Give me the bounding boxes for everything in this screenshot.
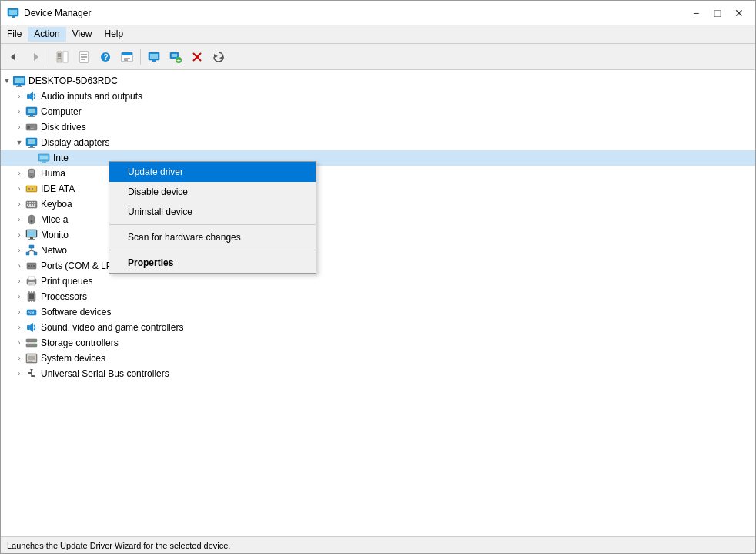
svg-rect-1 xyxy=(9,10,17,15)
network-label: Netwo xyxy=(41,245,67,256)
svg-rect-18 xyxy=(122,52,132,55)
svg-rect-70 xyxy=(34,204,35,206)
tree-item-display[interactable]: ▼ Display adapters xyxy=(1,135,755,150)
context-menu-update-driver[interactable]: Update driver xyxy=(109,162,316,182)
svg-rect-68 xyxy=(29,204,31,206)
svg-rect-118 xyxy=(32,375,35,377)
svg-rect-78 xyxy=(28,239,35,240)
tree-item-processors[interactable]: › Processors xyxy=(1,289,755,304)
svg-rect-77 xyxy=(30,237,33,239)
export-button[interactable] xyxy=(117,47,137,67)
window-title: Device Manager xyxy=(24,8,91,18)
svg-rect-45 xyxy=(31,126,35,126)
tree-item-root[interactable]: ▼ DESKTOP-5D63RDC xyxy=(1,73,755,89)
svg-rect-42 xyxy=(28,116,35,117)
svg-rect-71 xyxy=(28,206,35,207)
tree-item-system[interactable]: › System devices xyxy=(1,351,755,366)
expand-icon-storage: › xyxy=(13,337,25,349)
svg-rect-117 xyxy=(28,372,32,374)
expand-icon-root: ▼ xyxy=(1,75,13,87)
tree-item-software[interactable]: › SW Software devices xyxy=(1,304,755,320)
svg-rect-67 xyxy=(27,204,28,206)
tree-item-audio[interactable]: › Audio inputs and outputs xyxy=(1,89,755,104)
forward-button[interactable] xyxy=(25,47,45,67)
expand-icon-computer: › xyxy=(13,106,25,118)
svg-marker-31 xyxy=(214,54,218,58)
expand-icon-print: › xyxy=(13,275,25,287)
hid-icon xyxy=(25,167,38,180)
main-content: ▼ DESKTOP-5D63RDC › xyxy=(1,70,755,536)
display-adapter-icon xyxy=(38,152,50,164)
properties-toolbar-button[interactable] xyxy=(74,47,94,67)
tree-item-sound[interactable]: › Sound, video and game controllers xyxy=(1,320,755,335)
root-label: DESKTOP-5D63RDC xyxy=(28,76,118,86)
title-bar-controls: − □ ✕ xyxy=(686,5,749,21)
close-button[interactable]: ✕ xyxy=(729,5,749,21)
tree-item-print[interactable]: › Print queues xyxy=(1,274,755,289)
intel-gpu-label: Inte xyxy=(53,153,69,163)
help-icon: ? xyxy=(99,51,112,63)
expand-icon-usb: › xyxy=(13,368,25,380)
menu-file[interactable]: File xyxy=(1,27,28,42)
menu-view[interactable]: View xyxy=(66,27,99,42)
network-icon xyxy=(25,244,38,257)
menu-help[interactable]: Help xyxy=(99,27,130,42)
console-tree-button[interactable] xyxy=(52,47,72,67)
svg-rect-23 xyxy=(152,60,156,62)
display-icon xyxy=(25,136,38,149)
svg-rect-76 xyxy=(27,230,36,237)
svg-rect-79 xyxy=(29,245,34,248)
forward-icon xyxy=(29,51,42,63)
usb-icon xyxy=(25,368,38,380)
expand-icon-monitors: › xyxy=(13,229,25,241)
svg-rect-104 xyxy=(27,325,30,330)
audio-label: Audio inputs and outputs xyxy=(41,91,142,102)
svg-rect-90 xyxy=(28,277,35,280)
svg-rect-35 xyxy=(18,85,21,86)
svg-rect-48 xyxy=(28,139,35,144)
menu-action[interactable]: Action xyxy=(28,27,65,42)
back-button[interactable] xyxy=(4,47,24,67)
software-icon: SW xyxy=(25,306,38,318)
svg-rect-63 xyxy=(27,202,28,203)
refresh-button[interactable] xyxy=(209,47,229,67)
context-menu-scan-hardware[interactable]: Scan for hardware changes xyxy=(109,227,316,247)
svg-rect-56 xyxy=(29,170,34,173)
add-device-button[interactable]: + xyxy=(166,47,186,67)
expand-icon-software: › xyxy=(13,306,25,318)
tree-item-usb[interactable]: › Universal Serial Bus controllers xyxy=(1,366,755,381)
svg-rect-22 xyxy=(150,54,158,59)
delete-button[interactable] xyxy=(187,47,207,67)
status-text: Launches the Update Driver Wizard for th… xyxy=(7,541,230,550)
keyboard-label: Keyboa xyxy=(41,199,72,210)
device-manager-title-icon xyxy=(7,7,19,19)
ports-icon xyxy=(25,260,38,272)
title-bar: Device Manager − □ ✕ xyxy=(1,1,755,25)
title-bar-left: Device Manager xyxy=(7,7,91,19)
minimize-button[interactable]: − xyxy=(686,5,706,21)
context-menu-disable-device[interactable]: Disable device xyxy=(109,182,316,202)
svg-point-57 xyxy=(31,176,32,177)
svg-rect-24 xyxy=(151,62,157,62)
expand-icon-display: ▼ xyxy=(13,136,25,149)
svg-rect-37 xyxy=(27,94,30,99)
tree-item-storage[interactable]: › Storage controllers xyxy=(1,335,755,351)
help-toolbar-button[interactable]: ? xyxy=(95,47,115,67)
computer-tree-icon xyxy=(25,106,38,118)
context-menu-sep-1 xyxy=(109,224,316,225)
properties-icon xyxy=(78,51,90,63)
restore-button[interactable]: □ xyxy=(707,5,728,21)
audio-icon xyxy=(25,90,38,102)
delete-icon xyxy=(191,51,203,63)
svg-rect-34 xyxy=(15,78,24,83)
context-menu-uninstall-device[interactable]: Uninstall device xyxy=(109,202,316,222)
device-manager-window: Device Manager − □ ✕ File Action View He… xyxy=(0,0,756,554)
svg-point-109 xyxy=(35,344,36,346)
keyboard-icon xyxy=(25,198,38,210)
device-button[interactable] xyxy=(144,47,164,67)
context-menu-properties[interactable]: Properties xyxy=(109,253,316,273)
tree-item-disk[interactable]: › Disk drives xyxy=(1,119,755,135)
tree-item-computer[interactable]: › Computer xyxy=(1,104,755,119)
expand-icon-keyboard: › xyxy=(13,198,25,210)
system-icon xyxy=(25,352,38,364)
